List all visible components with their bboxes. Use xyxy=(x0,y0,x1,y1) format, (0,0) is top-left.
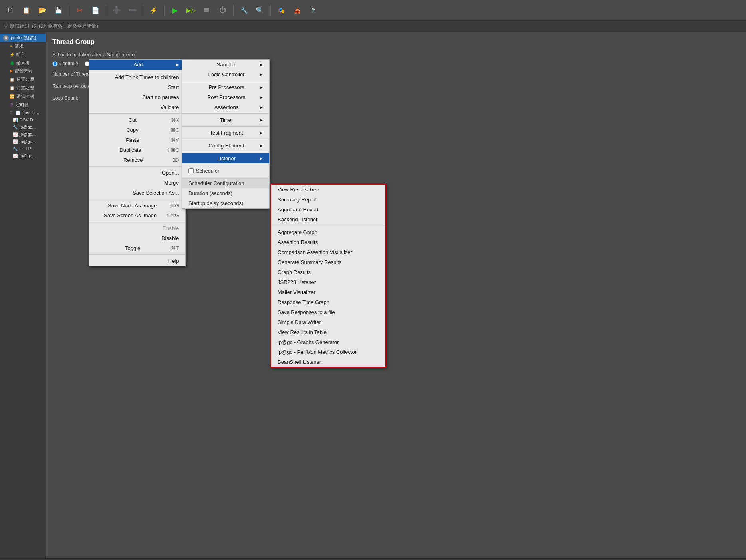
sidebar-item-config[interactable]: ✖ 配置元素 xyxy=(0,67,46,75)
open-button[interactable]: 📂 xyxy=(35,3,50,18)
sidebar-item-assertion[interactable]: ⚡ 断言 xyxy=(0,50,46,59)
menu-label: Assertion Results xyxy=(278,239,318,245)
sidebar-item-jpgc4[interactable]: 📈 jp@gc... xyxy=(0,152,46,159)
sidebar-item-jpgc3[interactable]: 📈 jp@gc... xyxy=(0,138,46,145)
listener-save-responses[interactable]: Save Responses to a file xyxy=(271,307,385,317)
toggle-log-button[interactable]: ⚡ xyxy=(147,3,161,18)
submenu-post-processors[interactable]: Post Processors ▶ xyxy=(182,92,269,102)
expand-button[interactable]: ➕ xyxy=(109,3,124,18)
listener-view-results-table[interactable]: View Results in Table xyxy=(271,327,385,337)
menu-item-duplicate[interactable]: Duplicate ⇧⌘C xyxy=(89,145,185,155)
radio-continue[interactable]: Continue xyxy=(52,61,78,66)
post-icon: 📋 xyxy=(10,77,14,82)
listener-jpgc-graphs[interactable]: jp@gc - Graphs Generator xyxy=(271,337,385,347)
menu-label: Logic Controller xyxy=(208,71,244,77)
context-menu-main[interactable]: Add ▶ Add Think Times to children Start … xyxy=(89,59,186,266)
listener-submenu[interactable]: View Results Tree Summary Report Aggrega… xyxy=(270,184,386,368)
zoom-button[interactable]: 🔭 xyxy=(306,3,320,18)
sidebar-item-pre[interactable]: 📋 前置处理 xyxy=(0,84,46,92)
listener-response-time-graph[interactable]: Response Time Graph xyxy=(271,297,385,307)
submenu-test-fragment[interactable]: Test Fragment ▶ xyxy=(182,128,269,138)
new-button[interactable]: 🗋 xyxy=(3,3,18,18)
scheduler-checkbox-row[interactable]: Scheduler xyxy=(182,166,269,175)
listener-view-results-tree[interactable]: View Results Tree xyxy=(271,185,385,195)
extra-button[interactable]: 🎪 xyxy=(290,3,304,18)
menu-item-copy[interactable]: Copy ⌘C xyxy=(89,125,185,135)
listener-assertion-results[interactable]: Assertion Results xyxy=(271,237,385,247)
menu-item-remove[interactable]: Remove ⌦ xyxy=(89,155,185,165)
submenu-logic-controller[interactable]: Logic Controller ▶ xyxy=(182,70,269,79)
stop-button[interactable]: ⏹ xyxy=(200,3,214,18)
menu-item-help[interactable]: Help xyxy=(89,256,185,266)
submenu-pre-processors[interactable]: Pre Processors ▶ xyxy=(182,82,269,92)
sidebar-item-request[interactable]: ✏ 请求 xyxy=(0,42,46,50)
shutdown-button[interactable]: ⏻ xyxy=(216,3,230,18)
sidebar-item-label: CSV D... xyxy=(20,117,37,122)
menu-item-think-times[interactable]: Add Think Times to children xyxy=(89,72,185,82)
copy-button[interactable]: 📄 xyxy=(88,3,103,18)
menu-item-save-screen-img[interactable]: Save Screen As Image ⇧⌘G xyxy=(89,210,185,220)
listener-aggregate-graph[interactable]: Aggregate Graph xyxy=(271,227,385,237)
menu-item-toggle[interactable]: Toggle ⌘T xyxy=(89,243,185,253)
submenu-assertions[interactable]: Assertions ▶ xyxy=(182,102,269,112)
clear-button[interactable]: 🔧 xyxy=(237,3,251,18)
search-button[interactable]: 🔍 xyxy=(253,3,267,18)
project-header: ▽ 测试计划（对线程组有效，定义全局变量） xyxy=(0,21,746,32)
sidebar-item-csv[interactable]: 📊 CSV D... xyxy=(0,116,46,123)
sidebar-item-jpgc2[interactable]: 📈 jp@gc... xyxy=(0,131,46,138)
frag-arrow: ▶ xyxy=(260,131,263,135)
menu-item-cut[interactable]: Cut ⌘X xyxy=(89,115,185,125)
sidebar-item-result-tree[interactable]: 🌲 结果树 xyxy=(0,59,46,67)
submenu-timer[interactable]: Timer ▶ xyxy=(182,115,269,125)
sidebar-item-jmeter[interactable]: ⚙ jmeter线程组 xyxy=(0,34,46,42)
request-icon: ✏ xyxy=(10,44,13,48)
listener-comparison-assertion[interactable]: Comparison Assertion Visualizer xyxy=(271,247,385,257)
menu-item-validate[interactable]: Validate xyxy=(89,102,185,112)
submenu-sampler[interactable]: Sampler ▶ xyxy=(182,60,269,70)
sep1 xyxy=(89,113,185,114)
menu-item-open[interactable]: Open... xyxy=(89,168,185,178)
sidebar-item-timer[interactable]: ⏱ 定时器 xyxy=(0,101,46,109)
menu-item-start-nopause[interactable]: Start no pauses xyxy=(89,92,185,102)
listener-generate-summary[interactable]: Generate Summary Results xyxy=(271,257,385,267)
menu-item-start[interactable]: Start xyxy=(89,82,185,92)
scheduler-checkbox[interactable] xyxy=(188,168,194,173)
collapse-button[interactable]: ➖ xyxy=(125,3,140,18)
listener-jpgc-perfmon[interactable]: jp@gc - PerfMon Metrics Collector xyxy=(271,347,385,357)
menu-item-paste[interactable]: Paste ⌘V xyxy=(89,135,185,145)
jpgc2-icon: 📈 xyxy=(13,132,18,137)
listener-summary-report[interactable]: Summary Report xyxy=(271,195,385,205)
sidebar-item-label: 前置处理 xyxy=(16,85,34,91)
collapse-arrow: ▽ xyxy=(10,111,14,115)
cut-button[interactable]: ✂ xyxy=(72,3,87,18)
submenu-config-element[interactable]: Config Element ▶ xyxy=(182,141,269,151)
templates-button[interactable]: 📋 xyxy=(19,3,34,18)
menu-item-save-node-img[interactable]: Save Node As Image ⌘G xyxy=(89,201,185,210)
sidebar-item-http[interactable]: 🔧 HTTP... xyxy=(0,145,46,152)
sidebar-item-post[interactable]: 📋 后置处理 xyxy=(0,75,46,84)
listener-jsr223[interactable]: JSR223 Listener xyxy=(271,277,385,287)
menu-item-add[interactable]: Add ▶ xyxy=(89,60,185,70)
menu-item-enable: Enable xyxy=(89,223,185,233)
start-button[interactable]: ▶ xyxy=(168,3,182,18)
help-button[interactable]: 🎭 xyxy=(274,3,288,18)
listener-graph-results[interactable]: Graph Results xyxy=(271,267,385,277)
listener-aggregate-report[interactable]: Aggregate Report xyxy=(271,205,385,214)
sidebar-item-logic[interactable]: 🔀 逻辑控制 xyxy=(0,92,46,101)
menu-item-save-selection[interactable]: Save Selection As... xyxy=(89,188,185,198)
sidebar-item-jpgc1[interactable]: 🔧 jp@gc... xyxy=(0,123,46,131)
save-button[interactable]: 💾 xyxy=(51,3,65,18)
start-nopause-button[interactable]: ▶▷ xyxy=(184,3,198,18)
listener-simple-data-writer[interactable]: Simple Data Writer xyxy=(271,317,385,327)
menu-label: Save Node As Image xyxy=(108,203,157,209)
submenu-listener[interactable]: Listener ▶ xyxy=(182,153,269,163)
add-submenu[interactable]: Sampler ▶ Logic Controller ▶ Pre Process… xyxy=(182,59,270,209)
listener-beanshell[interactable]: BeanShell Listener xyxy=(271,357,385,367)
sidebar-item-testfrag[interactable]: ▽ 📄 Test Fr... xyxy=(0,109,46,116)
menu-item-disable[interactable]: Disable xyxy=(89,233,185,243)
listener-mailer[interactable]: Mailer Visualizer xyxy=(271,287,385,297)
menu-label: Cut xyxy=(129,117,137,123)
menu-label: Listener xyxy=(217,155,236,161)
menu-item-merge[interactable]: Merge xyxy=(89,178,185,188)
listener-backend-listener[interactable]: Backend Listener xyxy=(271,214,385,224)
